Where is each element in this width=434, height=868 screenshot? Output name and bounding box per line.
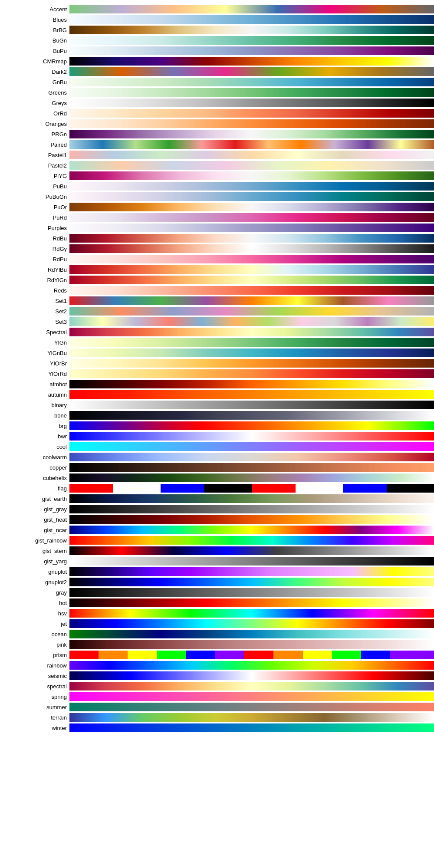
colormap-bar[interactable] xyxy=(69,244,434,253)
colormap-bar[interactable] xyxy=(69,484,434,493)
colormap-row: gist_rainbow xyxy=(0,536,434,545)
colormap-row: rainbow xyxy=(0,661,434,670)
colormap-bar[interactable] xyxy=(69,723,434,732)
colormap-bar[interactable] xyxy=(69,140,434,149)
colormap-bar[interactable] xyxy=(69,536,434,545)
colormap-bar[interactable] xyxy=(69,421,434,430)
colormap-bar[interactable] xyxy=(69,78,434,86)
colormap-bar[interactable] xyxy=(69,161,434,170)
colormap-bar[interactable] xyxy=(69,453,434,461)
colormap-label: winter xyxy=(0,725,69,731)
colormap-bar[interactable] xyxy=(69,432,434,441)
colormap-bar[interactable] xyxy=(69,182,434,191)
colormap-row: seismic xyxy=(0,671,434,681)
colormap-bar[interactable] xyxy=(69,463,434,472)
colormap-label: hsv xyxy=(0,610,69,617)
colormap-bar[interactable] xyxy=(69,578,434,586)
colormap-bar[interactable] xyxy=(69,598,434,607)
colormap-bar[interactable] xyxy=(69,276,434,284)
colormap-label: PuBuGn xyxy=(0,194,69,200)
colormap-bar[interactable] xyxy=(69,411,434,420)
colormap-bar[interactable] xyxy=(69,255,434,263)
colormap-row: autumn xyxy=(0,390,434,399)
colormap-bar[interactable] xyxy=(69,307,434,316)
colormap-bar[interactable] xyxy=(69,67,434,76)
colormap-bar[interactable] xyxy=(69,224,434,232)
colormap-label: PuRd xyxy=(0,214,69,221)
colormap-bar[interactable] xyxy=(69,338,434,347)
colormap-bar[interactable] xyxy=(69,286,434,295)
colormap-bar[interactable] xyxy=(69,473,434,482)
colormap-bar[interactable] xyxy=(69,505,434,513)
colormap-bar[interactable] xyxy=(69,682,434,690)
colormap-bar[interactable] xyxy=(69,494,434,503)
colormap-bar[interactable] xyxy=(69,151,434,159)
colormap-row: winter xyxy=(0,723,434,733)
colormap-label: YlOrRd xyxy=(0,371,69,377)
colormap-bar[interactable] xyxy=(69,713,434,722)
colormap-row: coolwarm xyxy=(0,452,434,462)
colormap-label: gist_rainbow xyxy=(0,537,69,544)
colormap-label: BuGn xyxy=(0,37,69,44)
colormap-bar[interactable] xyxy=(69,88,434,97)
colormap-bar[interactable] xyxy=(69,390,434,399)
colormap-bar[interactable] xyxy=(69,557,434,566)
colormap-label: Set3 xyxy=(0,319,69,325)
colormap-label: rainbow xyxy=(0,662,69,669)
colormap-bar[interactable] xyxy=(69,119,434,128)
colormap-bar[interactable] xyxy=(69,703,434,711)
colormap-bar[interactable] xyxy=(69,526,434,534)
colormap-bar[interactable] xyxy=(69,109,434,118)
colormap-bar[interactable] xyxy=(69,401,434,409)
colormap-bar[interactable] xyxy=(69,213,434,222)
colormap-bar[interactable] xyxy=(69,692,434,701)
colormap-bar[interactable] xyxy=(69,234,434,243)
colormap-bar[interactable] xyxy=(69,359,434,368)
colormap-bar[interactable] xyxy=(69,546,434,555)
colormap-bar[interactable] xyxy=(69,171,434,180)
colormap-bar[interactable] xyxy=(69,57,434,66)
colormap-bar[interactable] xyxy=(69,203,434,211)
colormap-bar[interactable] xyxy=(69,26,434,34)
colormap-bar[interactable] xyxy=(69,192,434,201)
colormap-bar[interactable] xyxy=(69,671,434,680)
colormap-bar[interactable] xyxy=(69,36,434,45)
colormap-label: Dark2 xyxy=(0,69,69,75)
colormap-bar[interactable] xyxy=(69,46,434,55)
colormap-bar[interactable] xyxy=(69,130,434,138)
colormap-row: PuBu xyxy=(0,181,434,191)
colormap-bar[interactable] xyxy=(69,328,434,336)
colormap-row: bone xyxy=(0,411,434,420)
colormap-bar[interactable] xyxy=(69,619,434,628)
colormap-bar[interactable] xyxy=(69,380,434,388)
colormap-bar[interactable] xyxy=(69,369,434,378)
colormap-bar[interactable] xyxy=(69,588,434,597)
colormap-bar[interactable] xyxy=(69,651,434,659)
colormap-label: coolwarm xyxy=(0,454,69,460)
colormap-label: binary xyxy=(0,402,69,408)
colormap-label: gnuplot xyxy=(0,569,69,575)
colormap-label: hot xyxy=(0,600,69,606)
colormap-bar[interactable] xyxy=(69,265,434,274)
colormap-bar[interactable] xyxy=(69,317,434,326)
colormap-row: copper xyxy=(0,463,434,472)
colormap-row: gist_yarg xyxy=(0,556,434,566)
colormap-bar[interactable] xyxy=(69,442,434,451)
colormap-bar[interactable] xyxy=(69,515,434,524)
colormap-bar[interactable] xyxy=(69,609,434,618)
colormap-bar[interactable] xyxy=(69,567,434,576)
colormap-bar[interactable] xyxy=(69,630,434,638)
colormap-label: RdBu xyxy=(0,235,69,242)
colormap-row: Dark2 xyxy=(0,67,434,76)
colormap-bar[interactable] xyxy=(69,99,434,107)
colormap-row: CMRmap xyxy=(0,56,434,66)
colormap-label: Set2 xyxy=(0,308,69,315)
colormap-bar[interactable] xyxy=(69,5,434,13)
colormap-bar[interactable] xyxy=(69,640,434,649)
colormap-bar[interactable] xyxy=(69,15,434,24)
colormap-bar[interactable] xyxy=(69,296,434,305)
colormap-row: RdYlBu xyxy=(0,265,434,274)
colormap-bar[interactable] xyxy=(69,661,434,670)
colormap-bar[interactable] xyxy=(69,349,434,357)
colormap-row: YlOrRd xyxy=(0,369,434,378)
